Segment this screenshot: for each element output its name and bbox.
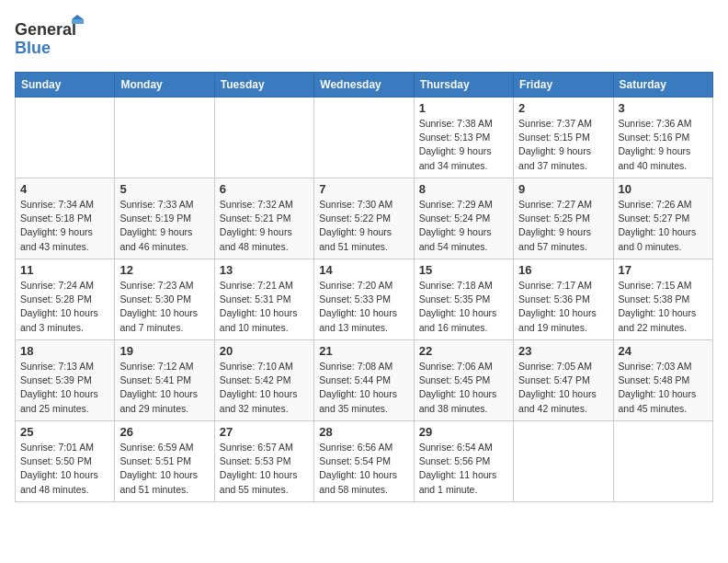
day-info: Sunrise: 7:26 AM Sunset: 5:27 PM Dayligh… (619, 198, 708, 254)
svg-marker-3 (72, 19, 84, 24)
day-number: 7 (319, 182, 408, 196)
day-number: 26 (119, 425, 209, 439)
day-info: Sunrise: 7:27 AM Sunset: 5:25 PM Dayligh… (518, 198, 608, 254)
day-info: Sunrise: 6:59 AM Sunset: 5:51 PM Dayligh… (119, 441, 209, 497)
calendar-cell: 8Sunrise: 7:29 AM Sunset: 5:24 PM Daylig… (414, 178, 513, 259)
day-number: 12 (119, 263, 209, 277)
calendar-cell: 13Sunrise: 7:21 AM Sunset: 5:31 PM Dayli… (214, 259, 313, 340)
day-info: Sunrise: 7:36 AM Sunset: 5:16 PM Dayligh… (619, 117, 708, 173)
day-number: 15 (419, 263, 508, 277)
calendar-cell: 27Sunrise: 6:57 AM Sunset: 5:53 PM Dayli… (214, 421, 313, 502)
calendar-cell: 10Sunrise: 7:26 AM Sunset: 5:27 PM Dayli… (613, 178, 712, 259)
weekday-header-tuesday: Tuesday (214, 73, 313, 98)
calendar-week-5: 25Sunrise: 7:01 AM Sunset: 5:50 PM Dayli… (16, 421, 713, 502)
calendar-cell: 16Sunrise: 7:17 AM Sunset: 5:36 PM Dayli… (514, 259, 613, 340)
calendar-cell (314, 98, 414, 178)
day-number: 14 (319, 263, 408, 277)
day-info: Sunrise: 6:54 AM Sunset: 5:56 PM Dayligh… (419, 441, 508, 497)
calendar-cell: 15Sunrise: 7:18 AM Sunset: 5:35 PM Dayli… (414, 259, 513, 340)
calendar-cell: 5Sunrise: 7:33 AM Sunset: 5:19 PM Daylig… (115, 178, 214, 259)
day-info: Sunrise: 7:34 AM Sunset: 5:18 PM Dayligh… (20, 198, 109, 254)
logo: GeneralBlue (15, 15, 88, 61)
day-info: Sunrise: 7:33 AM Sunset: 5:19 PM Dayligh… (119, 198, 209, 254)
day-info: Sunrise: 7:32 AM Sunset: 5:21 PM Dayligh… (220, 198, 309, 254)
day-info: Sunrise: 6:56 AM Sunset: 5:54 PM Dayligh… (319, 441, 408, 497)
day-info: Sunrise: 7:23 AM Sunset: 5:30 PM Dayligh… (119, 279, 209, 335)
day-info: Sunrise: 7:10 AM Sunset: 5:42 PM Dayligh… (220, 360, 309, 416)
weekday-header-wednesday: Wednesday (314, 73, 414, 98)
day-number: 22 (419, 344, 508, 358)
day-number: 29 (419, 425, 508, 439)
calendar-cell: 17Sunrise: 7:15 AM Sunset: 5:38 PM Dayli… (613, 259, 712, 340)
weekday-header-sunday: Sunday (16, 73, 115, 98)
day-info: Sunrise: 7:06 AM Sunset: 5:45 PM Dayligh… (419, 360, 508, 416)
day-number: 27 (220, 425, 309, 439)
day-info: Sunrise: 7:08 AM Sunset: 5:44 PM Dayligh… (319, 360, 408, 416)
day-number: 2 (518, 101, 608, 115)
calendar-cell: 22Sunrise: 7:06 AM Sunset: 5:45 PM Dayli… (414, 340, 513, 421)
day-number: 6 (220, 182, 309, 196)
calendar-cell: 4Sunrise: 7:34 AM Sunset: 5:18 PM Daylig… (16, 178, 115, 259)
day-number: 13 (220, 263, 309, 277)
calendar-cell: 20Sunrise: 7:10 AM Sunset: 5:42 PM Dayli… (214, 340, 313, 421)
day-number: 10 (619, 182, 708, 196)
calendar-cell: 9Sunrise: 7:27 AM Sunset: 5:25 PM Daylig… (514, 178, 613, 259)
calendar-cell: 14Sunrise: 7:20 AM Sunset: 5:33 PM Dayli… (314, 259, 414, 340)
day-number: 28 (319, 425, 408, 439)
calendar-cell: 1Sunrise: 7:38 AM Sunset: 5:13 PM Daylig… (414, 98, 513, 178)
day-number: 17 (619, 263, 708, 277)
weekday-header-row: SundayMondayTuesdayWednesdayThursdayFrid… (16, 73, 713, 98)
calendar-week-3: 11Sunrise: 7:24 AM Sunset: 5:28 PM Dayli… (16, 259, 713, 340)
day-number: 8 (419, 182, 508, 196)
calendar-cell (514, 421, 613, 502)
day-number: 18 (20, 344, 109, 358)
day-number: 5 (119, 182, 209, 196)
day-number: 11 (20, 263, 109, 277)
day-number: 3 (619, 101, 708, 115)
calendar-cell: 28Sunrise: 6:56 AM Sunset: 5:54 PM Dayli… (314, 421, 414, 502)
calendar-cell: 29Sunrise: 6:54 AM Sunset: 5:56 PM Dayli… (414, 421, 513, 502)
calendar-cell (16, 98, 115, 178)
day-info: Sunrise: 7:17 AM Sunset: 5:36 PM Dayligh… (518, 279, 608, 335)
page-header: GeneralBlue (15, 15, 713, 61)
day-info: Sunrise: 7:18 AM Sunset: 5:35 PM Dayligh… (419, 279, 508, 335)
weekday-header-thursday: Thursday (414, 73, 513, 98)
logo-icon: GeneralBlue (15, 15, 88, 61)
day-info: Sunrise: 6:57 AM Sunset: 5:53 PM Dayligh… (220, 441, 309, 497)
day-number: 23 (518, 344, 608, 358)
calendar-cell: 6Sunrise: 7:32 AM Sunset: 5:21 PM Daylig… (214, 178, 313, 259)
calendar-week-4: 18Sunrise: 7:13 AM Sunset: 5:39 PM Dayli… (16, 340, 713, 421)
calendar-cell: 19Sunrise: 7:12 AM Sunset: 5:41 PM Dayli… (115, 340, 214, 421)
calendar-cell: 7Sunrise: 7:30 AM Sunset: 5:22 PM Daylig… (314, 178, 414, 259)
svg-text:General: General (15, 20, 76, 39)
day-number: 1 (419, 101, 508, 115)
calendar-cell: 11Sunrise: 7:24 AM Sunset: 5:28 PM Dayli… (16, 259, 115, 340)
calendar-cell: 25Sunrise: 7:01 AM Sunset: 5:50 PM Dayli… (16, 421, 115, 502)
day-info: Sunrise: 7:38 AM Sunset: 5:13 PM Dayligh… (419, 117, 508, 173)
day-number: 25 (20, 425, 109, 439)
day-number: 4 (20, 182, 109, 196)
calendar-cell: 24Sunrise: 7:03 AM Sunset: 5:48 PM Dayli… (613, 340, 712, 421)
calendar-cell: 26Sunrise: 6:59 AM Sunset: 5:51 PM Dayli… (115, 421, 214, 502)
weekday-header-saturday: Saturday (613, 73, 712, 98)
calendar-cell: 12Sunrise: 7:23 AM Sunset: 5:30 PM Dayli… (115, 259, 214, 340)
day-info: Sunrise: 7:20 AM Sunset: 5:33 PM Dayligh… (319, 279, 408, 335)
day-number: 9 (518, 182, 608, 196)
calendar-cell: 18Sunrise: 7:13 AM Sunset: 5:39 PM Dayli… (16, 340, 115, 421)
calendar-cell (214, 98, 313, 178)
svg-text:Blue: Blue (15, 39, 51, 57)
calendar-week-2: 4Sunrise: 7:34 AM Sunset: 5:18 PM Daylig… (16, 178, 713, 259)
calendar-cell: 2Sunrise: 7:37 AM Sunset: 5:15 PM Daylig… (514, 98, 613, 178)
calendar-week-1: 1Sunrise: 7:38 AM Sunset: 5:13 PM Daylig… (16, 98, 713, 178)
svg-marker-2 (72, 15, 84, 19)
day-number: 21 (319, 344, 408, 358)
day-info: Sunrise: 7:03 AM Sunset: 5:48 PM Dayligh… (619, 360, 708, 416)
day-number: 20 (220, 344, 309, 358)
day-number: 24 (619, 344, 708, 358)
day-info: Sunrise: 7:15 AM Sunset: 5:38 PM Dayligh… (619, 279, 708, 335)
calendar-cell (613, 421, 712, 502)
day-info: Sunrise: 7:29 AM Sunset: 5:24 PM Dayligh… (419, 198, 508, 254)
day-info: Sunrise: 7:01 AM Sunset: 5:50 PM Dayligh… (20, 441, 109, 497)
day-info: Sunrise: 7:30 AM Sunset: 5:22 PM Dayligh… (319, 198, 408, 254)
day-info: Sunrise: 7:37 AM Sunset: 5:15 PM Dayligh… (518, 117, 608, 173)
